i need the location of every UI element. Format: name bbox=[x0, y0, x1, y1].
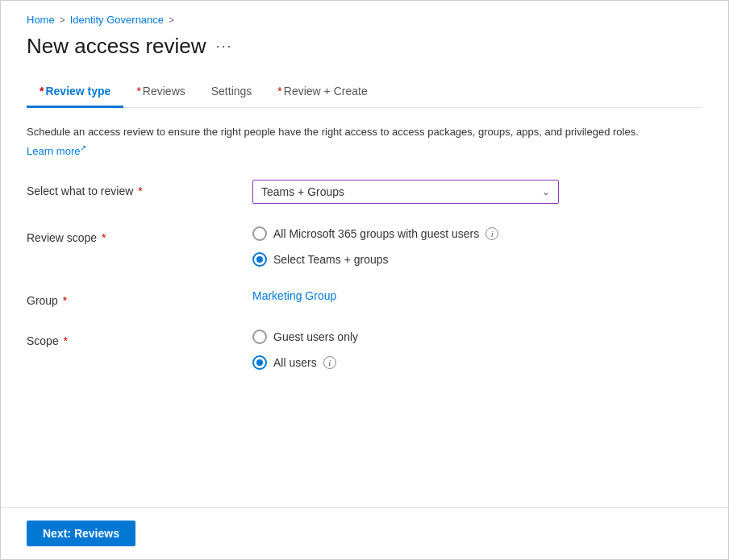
breadcrumb-home[interactable]: Home bbox=[27, 14, 55, 26]
learn-more-link[interactable]: Learn more↗ bbox=[27, 145, 86, 157]
radio-all-users[interactable]: All users i bbox=[252, 355, 702, 370]
select-review-label: Select what to review * bbox=[27, 180, 252, 197]
review-scope-row: Review scope * All Microsoft 365 groups … bbox=[27, 226, 702, 267]
chevron-down-icon: ⌄ bbox=[542, 186, 550, 197]
form-section: Select what to review * Teams + Groups ⌄… bbox=[27, 180, 702, 370]
group-control: Marketing Group bbox=[252, 289, 702, 302]
breadcrumb-sep1: > bbox=[60, 15, 65, 26]
radio-all-users-dot bbox=[256, 359, 263, 366]
group-label: Group * bbox=[27, 289, 252, 307]
radio-guest-only-button[interactable] bbox=[252, 330, 267, 344]
next-button[interactable]: Next: Reviews bbox=[27, 521, 135, 546]
page-title: New access review bbox=[27, 34, 206, 59]
radio-select-teams[interactable]: Select Teams + groups bbox=[252, 252, 702, 267]
tab-review-type[interactable]: *Review type bbox=[27, 78, 123, 108]
radio-all-m365[interactable]: All Microsoft 365 groups with guest user… bbox=[252, 226, 702, 241]
select-review-dropdown[interactable]: Teams + Groups ⌄ bbox=[252, 180, 559, 204]
tab-review-create[interactable]: *Review + Create bbox=[265, 78, 380, 108]
footer: Next: Reviews bbox=[1, 507, 728, 559]
radio-select-teams-dot bbox=[256, 256, 263, 263]
scope-row: Scope * Guest users only All users bbox=[27, 330, 702, 370]
all-users-info-icon[interactable]: i bbox=[323, 356, 336, 369]
scope-label: Scope * bbox=[27, 330, 252, 347]
group-row: Group * Marketing Group bbox=[27, 289, 702, 307]
radio-select-teams-button[interactable] bbox=[252, 252, 267, 267]
breadcrumb-identity-governance[interactable]: Identity Governance bbox=[70, 14, 164, 26]
scope-control: Guest users only All users i bbox=[252, 330, 702, 370]
description-text: Schedule an access review to ensure the … bbox=[27, 124, 702, 140]
tab-bar: *Review type *Reviews Settings *Review +… bbox=[27, 78, 702, 108]
group-link[interactable]: Marketing Group bbox=[252, 289, 336, 302]
tab-reviews[interactable]: *Reviews bbox=[123, 78, 198, 108]
breadcrumb-sep2: > bbox=[169, 15, 174, 26]
radio-all-m365-button[interactable] bbox=[252, 226, 267, 241]
breadcrumb: Home > Identity Governance > bbox=[27, 14, 702, 26]
select-review-row: Select what to review * Teams + Groups ⌄ bbox=[27, 180, 702, 204]
select-review-control: Teams + Groups ⌄ bbox=[252, 180, 702, 204]
radio-all-users-button[interactable] bbox=[252, 355, 267, 370]
review-scope-radio-group: All Microsoft 365 groups with guest user… bbox=[252, 226, 702, 267]
radio-guest-only[interactable]: Guest users only bbox=[252, 330, 702, 344]
scope-radio-group: Guest users only All users i bbox=[252, 330, 702, 370]
more-options-icon[interactable]: ··· bbox=[216, 38, 233, 55]
all-m365-info-icon[interactable]: i bbox=[485, 227, 498, 240]
tab-settings[interactable]: Settings bbox=[198, 78, 265, 108]
review-scope-control: All Microsoft 365 groups with guest user… bbox=[252, 226, 702, 267]
review-scope-label: Review scope * bbox=[27, 226, 252, 244]
external-link-icon: ↗ bbox=[80, 143, 86, 152]
